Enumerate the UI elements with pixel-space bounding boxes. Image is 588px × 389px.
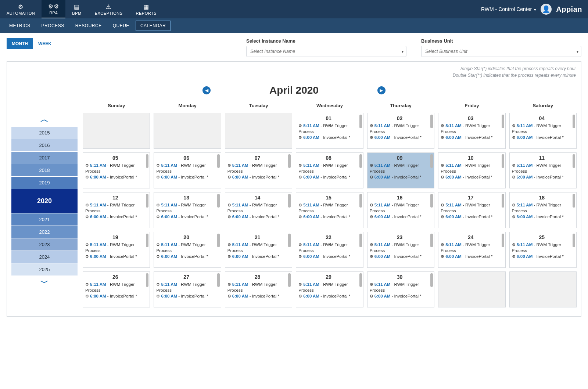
day-cell[interactable]: 26⚙5:11 AM - RWM Trigger Process⚙6:00 AM…: [83, 271, 150, 307]
day-scrollbar[interactable]: [502, 194, 504, 226]
day-cell[interactable]: 24⚙5:11 AM - RWM Trigger Process⚙6:00 AM…: [438, 232, 505, 268]
year-item-current[interactable]: 2020: [11, 189, 78, 213]
day-cell[interactable]: 20⚙5:11 AM - RWM Trigger Process⚙6:00 AM…: [154, 232, 221, 268]
day-scrollbar[interactable]: [288, 234, 291, 266]
day-scrollbar[interactable]: [217, 194, 220, 226]
calendar-event[interactable]: ⚙6:00 AM - InvoicePortal *: [227, 174, 287, 180]
day-cell[interactable]: 09⚙5:11 AM - RWM Trigger Process⚙6:00 AM…: [367, 152, 434, 188]
year-item[interactable]: 2025: [11, 263, 78, 275]
day-scrollbar[interactable]: [359, 273, 362, 306]
calendar-event[interactable]: ⚙5:11 AM - RWM Trigger Process: [370, 282, 430, 293]
calendar-event[interactable]: ⚙5:11 AM - RWM Trigger Process: [512, 123, 572, 134]
day-scrollbar[interactable]: [430, 154, 433, 187]
app-menu[interactable]: RWM - Control Center: [481, 6, 536, 12]
day-cell[interactable]: 08⚙5:11 AM - RWM Trigger Process⚙6:00 AM…: [296, 152, 363, 188]
calendar-event[interactable]: ⚙6:00 AM - InvoicePortal *: [156, 293, 216, 299]
day-scrollbar[interactable]: [502, 154, 504, 187]
calendar-event[interactable]: ⚙5:11 AM - RWM Trigger Process: [512, 163, 572, 174]
day-cell[interactable]: 07⚙5:11 AM - RWM Trigger Process⚙6:00 AM…: [225, 152, 292, 188]
calendar-event[interactable]: ⚙6:00 AM - InvoicePortal *: [298, 214, 358, 220]
calendar-event[interactable]: ⚙5:11 AM - RWM Trigger Process: [156, 163, 216, 174]
calendar-event[interactable]: ⚙6:00 AM - InvoicePortal *: [512, 254, 572, 260]
calendar-event[interactable]: ⚙6:00 AM - InvoicePortal *: [370, 254, 430, 260]
calendar-event[interactable]: ⚙6:00 AM - InvoicePortal *: [370, 214, 430, 220]
day-scrollbar[interactable]: [502, 234, 504, 266]
calendar-event[interactable]: ⚙6:00 AM - InvoicePortal *: [227, 293, 287, 299]
day-scrollbar[interactable]: [573, 194, 575, 226]
day-cell[interactable]: 10⚙5:11 AM - RWM Trigger Process⚙6:00 AM…: [438, 152, 505, 188]
day-scrollbar[interactable]: [217, 234, 220, 266]
tab-resource[interactable]: RESOURCE: [71, 21, 107, 31]
day-cell[interactable]: 13⚙5:11 AM - RWM Trigger Process⚙6:00 AM…: [154, 192, 221, 228]
tab-metrics[interactable]: METRICS: [4, 21, 35, 31]
calendar-event[interactable]: ⚙5:11 AM - RWM Trigger Process: [370, 202, 430, 214]
day-cell[interactable]: 06⚙5:11 AM - RWM Trigger Process⚙6:00 AM…: [154, 152, 221, 188]
day-cell[interactable]: 22⚙5:11 AM - RWM Trigger Process⚙6:00 AM…: [296, 232, 363, 268]
calendar-event[interactable]: ⚙6:00 AM - InvoicePortal *: [370, 293, 430, 299]
calendar-event[interactable]: ⚙5:11 AM - RWM Trigger Process: [298, 202, 358, 214]
nav-bpm[interactable]: ▤ BPM: [65, 0, 88, 18]
calendar-event[interactable]: ⚙5:11 AM - RWM Trigger Process: [227, 242, 287, 253]
day-cell[interactable]: 02⚙5:11 AM - RWM Trigger Process⚙6:00 AM…: [367, 113, 434, 149]
calendar-event[interactable]: ⚙5:11 AM - RWM Trigger Process: [298, 123, 358, 134]
year-item[interactable]: 2017: [11, 152, 78, 164]
day-cell[interactable]: 19⚙5:11 AM - RWM Trigger Process⚙6:00 AM…: [83, 232, 150, 268]
day-scrollbar[interactable]: [502, 115, 504, 147]
calendar-event[interactable]: ⚙6:00 AM - InvoicePortal *: [156, 254, 216, 260]
view-week[interactable]: WEEK: [33, 38, 57, 49]
day-cell[interactable]: 30⚙5:11 AM - RWM Trigger Process⚙6:00 AM…: [367, 271, 434, 307]
calendar-event[interactable]: ⚙6:00 AM - InvoicePortal *: [85, 214, 145, 220]
day-scrollbar[interactable]: [573, 234, 575, 266]
calendar-event[interactable]: ⚙5:11 AM - RWM Trigger Process: [85, 202, 145, 214]
year-item[interactable]: 2018: [11, 164, 78, 176]
calendar-event[interactable]: ⚙5:11 AM - RWM Trigger Process: [85, 163, 145, 174]
calendar-event[interactable]: ⚙6:00 AM - InvoicePortal *: [85, 254, 145, 260]
day-scrollbar[interactable]: [573, 154, 575, 187]
calendar-event[interactable]: ⚙5:11 AM - RWM Trigger Process: [370, 242, 430, 253]
day-scrollbar[interactable]: [146, 234, 148, 266]
prev-month-button[interactable]: ◀: [202, 86, 211, 94]
calendar-event[interactable]: ⚙5:11 AM - RWM Trigger Process: [227, 202, 287, 214]
calendar-event[interactable]: ⚙6:00 AM - InvoicePortal *: [512, 135, 572, 141]
tab-calendar[interactable]: CALENDAR: [136, 21, 171, 31]
day-cell[interactable]: 01⚙5:11 AM - RWM Trigger Process⚙6:00 AM…: [296, 113, 363, 149]
calendar-event[interactable]: ⚙6:00 AM - InvoicePortal *: [85, 174, 145, 180]
day-scrollbar[interactable]: [573, 115, 575, 147]
calendar-event[interactable]: ⚙6:00 AM - InvoicePortal *: [298, 293, 358, 299]
calendar-event[interactable]: ⚙6:00 AM - InvoicePortal *: [512, 174, 572, 180]
calendar-event[interactable]: ⚙6:00 AM - InvoicePortal *: [298, 135, 358, 141]
nav-exceptions[interactable]: ⚠ EXCEPTIONS: [88, 0, 129, 18]
tab-process[interactable]: PROCESS: [37, 21, 69, 31]
calendar-event[interactable]: ⚙5:11 AM - RWM Trigger Process: [441, 202, 501, 214]
calendar-event[interactable]: ⚙6:00 AM - InvoicePortal *: [156, 174, 216, 180]
calendar-event[interactable]: ⚙6:00 AM - InvoicePortal *: [156, 214, 216, 220]
day-cell[interactable]: 15⚙5:11 AM - RWM Trigger Process⚙6:00 AM…: [296, 192, 363, 228]
day-cell[interactable]: 29⚙5:11 AM - RWM Trigger Process⚙6:00 AM…: [296, 271, 363, 307]
calendar-event[interactable]: ⚙6:00 AM - InvoicePortal *: [370, 174, 430, 180]
calendar-event[interactable]: ⚙5:11 AM - RWM Trigger Process: [298, 282, 358, 293]
calendar-event[interactable]: ⚙6:00 AM - InvoicePortal *: [298, 254, 358, 260]
calendar-event[interactable]: ⚙6:00 AM - InvoicePortal *: [512, 214, 572, 220]
year-item[interactable]: 2022: [11, 226, 78, 238]
calendar-event[interactable]: ⚙5:11 AM - RWM Trigger Process: [85, 242, 145, 253]
avatar[interactable]: 👤: [541, 4, 552, 15]
day-cell[interactable]: 28⚙5:11 AM - RWM Trigger Process⚙6:00 AM…: [225, 271, 292, 307]
next-month-button[interactable]: ▶: [377, 86, 386, 94]
day-cell[interactable]: 16⚙5:11 AM - RWM Trigger Process⚙6:00 AM…: [367, 192, 434, 228]
calendar-event[interactable]: ⚙5:11 AM - RWM Trigger Process: [298, 242, 358, 253]
year-item[interactable]: 2021: [11, 213, 78, 226]
calendar-event[interactable]: ⚙6:00 AM - InvoicePortal *: [441, 254, 501, 260]
calendar-event[interactable]: ⚙6:00 AM - InvoicePortal *: [227, 214, 287, 220]
day-scrollbar[interactable]: [430, 234, 433, 266]
day-cell[interactable]: 21⚙5:11 AM - RWM Trigger Process⚙6:00 AM…: [225, 232, 292, 268]
day-scrollbar[interactable]: [288, 273, 291, 306]
year-item[interactable]: 2015: [11, 127, 78, 139]
calendar-event[interactable]: ⚙6:00 AM - InvoicePortal *: [441, 214, 501, 220]
day-scrollbar[interactable]: [359, 154, 362, 187]
nav-rpa[interactable]: ⚙⚙ RPA: [42, 0, 65, 18]
calendar-event[interactable]: ⚙5:11 AM - RWM Trigger Process: [441, 242, 501, 253]
calendar-event[interactable]: ⚙6:00 AM - InvoicePortal *: [370, 135, 430, 141]
calendar-event[interactable]: ⚙5:11 AM - RWM Trigger Process: [227, 282, 287, 293]
day-cell[interactable]: 23⚙5:11 AM - RWM Trigger Process⚙6:00 AM…: [367, 232, 434, 268]
year-item[interactable]: 2023: [11, 238, 78, 251]
